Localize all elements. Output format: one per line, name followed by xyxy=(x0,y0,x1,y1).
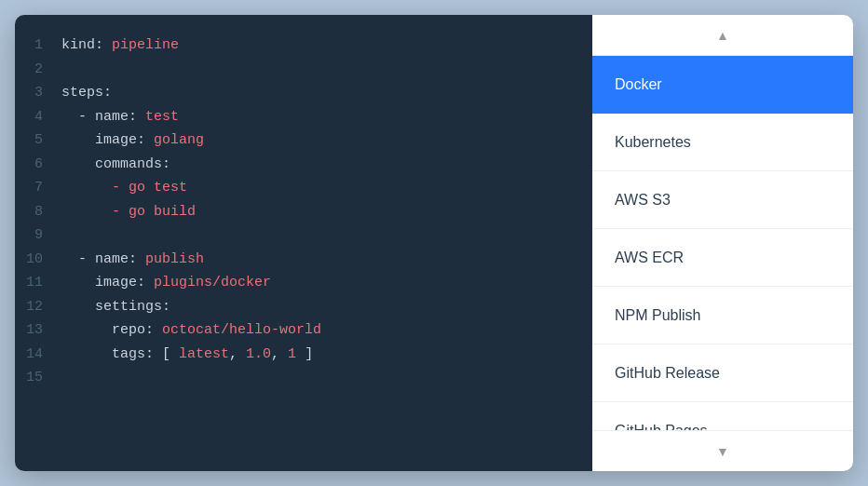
code-line: 7 - go test xyxy=(15,176,592,200)
code-token: : xyxy=(103,85,112,101)
code-token: 1 xyxy=(288,346,296,362)
line-number: 9 xyxy=(15,223,61,248)
code-token xyxy=(61,275,95,290)
code-token: steps xyxy=(61,85,103,101)
line-number: 1 xyxy=(15,34,61,58)
code-line: 8 - go build xyxy=(15,200,592,224)
menu-item-github-pages[interactable]: GitHub Pages xyxy=(592,402,853,430)
code-line: 3steps: xyxy=(15,81,592,105)
code-token: octocat/hello-world xyxy=(162,322,321,338)
line-content: image: golang xyxy=(61,128,592,153)
code-token: : [ xyxy=(145,346,179,362)
code-token: tags xyxy=(112,346,145,362)
code-token: : xyxy=(162,156,170,172)
code-token: commands xyxy=(95,156,162,172)
code-token: : xyxy=(129,251,145,267)
code-token: , xyxy=(271,346,288,362)
scroll-down-button[interactable]: ▼ xyxy=(592,430,853,471)
code-token: settings xyxy=(95,299,162,315)
code-token: - go build xyxy=(61,204,196,220)
line-content: - name: publish xyxy=(61,248,592,272)
code-token: : xyxy=(129,109,145,125)
code-line: 13 repo: octocat/hello-world xyxy=(15,318,592,343)
line-content: - name: test xyxy=(61,105,592,129)
code-token xyxy=(61,322,112,338)
line-content: kind: pipeline xyxy=(61,34,592,58)
code-token: name xyxy=(95,251,129,267)
code-token: : xyxy=(95,37,112,53)
code-line: 9 xyxy=(15,223,592,248)
menu-panel: ▲ DockerKubernetesAWS S3AWS ECRNPM Publi… xyxy=(592,15,853,471)
line-content xyxy=(61,366,592,390)
menu-item-aws-ecr[interactable]: AWS ECR xyxy=(592,229,853,287)
code-token: ] xyxy=(296,346,313,362)
menu-item-aws-s3[interactable]: AWS S3 xyxy=(592,171,853,229)
code-token: - xyxy=(61,109,95,125)
code-line: 1kind: pipeline xyxy=(15,34,592,58)
code-token xyxy=(61,156,95,172)
code-token: , xyxy=(229,346,246,362)
line-number: 2 xyxy=(15,58,61,82)
code-token: - go test xyxy=(61,180,187,196)
code-line: 5 image: golang xyxy=(15,128,592,153)
code-line: 6 commands: xyxy=(15,153,592,177)
line-number: 15 xyxy=(15,366,61,390)
line-content: steps: xyxy=(61,81,592,105)
line-content xyxy=(61,58,592,82)
code-token: latest xyxy=(179,346,229,362)
code-token: kind xyxy=(61,37,95,53)
code-line: 4 - name: test xyxy=(15,105,592,129)
line-number: 8 xyxy=(15,200,61,224)
code-token: pipeline xyxy=(112,37,179,53)
line-content: settings: xyxy=(61,295,592,319)
code-token: : xyxy=(137,132,154,148)
code-token: golang xyxy=(154,132,204,148)
code-table: 1kind: pipeline23steps:4 - name: test5 i… xyxy=(15,34,592,390)
code-token xyxy=(61,299,95,315)
menu-item-github-release[interactable]: GitHub Release xyxy=(592,344,853,402)
code-panel: 1kind: pipeline23steps:4 - name: test5 i… xyxy=(15,15,592,471)
code-token: image xyxy=(95,275,137,290)
code-token: 1.0 xyxy=(246,346,271,362)
code-line: 11 image: plugins/docker xyxy=(15,271,592,295)
code-line: 10 - name: publish xyxy=(15,248,592,272)
line-content: image: plugins/docker xyxy=(61,271,592,295)
line-number: 10 xyxy=(15,248,61,272)
chevron-down-icon: ▼ xyxy=(716,444,729,459)
line-content: - go test xyxy=(61,176,592,200)
code-token: repo xyxy=(112,322,145,338)
line-content: tags: [ latest, 1.0, 1 ] xyxy=(61,343,592,367)
line-number: 3 xyxy=(15,81,61,105)
code-token: name xyxy=(95,109,129,125)
code-token: - xyxy=(61,251,95,267)
code-token: plugins/docker xyxy=(154,275,271,290)
scroll-up-button[interactable]: ▲ xyxy=(592,15,853,56)
line-content: - go build xyxy=(61,200,592,224)
line-number: 4 xyxy=(15,105,61,129)
code-token: : xyxy=(145,322,162,338)
line-number: 13 xyxy=(15,318,61,343)
menu-item-kubernetes[interactable]: Kubernetes xyxy=(592,114,853,171)
code-line: 15 xyxy=(15,366,592,390)
line-number: 6 xyxy=(15,153,61,177)
line-number: 5 xyxy=(15,128,61,153)
line-number: 12 xyxy=(15,295,61,319)
menu-item-npm-publish[interactable]: NPM Publish xyxy=(592,287,853,344)
line-number: 14 xyxy=(15,343,61,367)
menu-items-list: DockerKubernetesAWS S3AWS ECRNPM Publish… xyxy=(592,56,853,430)
code-token xyxy=(61,346,112,362)
code-token: : xyxy=(137,275,154,290)
code-token: publish xyxy=(145,251,204,267)
code-line: 2 xyxy=(15,58,592,82)
code-line: 14 tags: [ latest, 1.0, 1 ] xyxy=(15,343,592,367)
main-container: 1kind: pipeline23steps:4 - name: test5 i… xyxy=(15,15,853,471)
menu-item-docker[interactable]: Docker xyxy=(592,56,853,114)
line-content: repo: octocat/hello-world xyxy=(61,318,592,343)
line-number: 7 xyxy=(15,176,61,200)
code-token: image xyxy=(95,132,137,148)
code-token: test xyxy=(145,109,179,125)
code-line: 12 settings: xyxy=(15,295,592,319)
code-token xyxy=(61,132,95,148)
line-number: 11 xyxy=(15,271,61,295)
chevron-up-icon: ▲ xyxy=(716,28,729,43)
